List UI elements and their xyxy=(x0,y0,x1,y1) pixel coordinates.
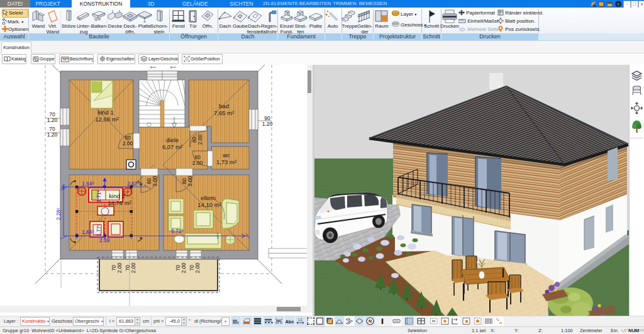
svg-text:2.00: 2.00 xyxy=(116,262,123,273)
svg-text:wc: wc xyxy=(222,152,230,159)
svg-text:1,73 m²: 1,73 m² xyxy=(216,159,236,165)
svg-text:2.59: 2.59 xyxy=(99,237,110,243)
svg-text:diele: diele xyxy=(166,136,179,143)
svg-text:2.00: 2.00 xyxy=(130,262,136,273)
svg-text:2.00: 2.00 xyxy=(197,134,203,145)
svg-text:1.20: 1.20 xyxy=(262,121,273,127)
svg-text:6,07 m²: 6,07 m² xyxy=(162,143,182,150)
svg-text:kind 1: kind 1 xyxy=(97,109,113,116)
svg-text:2.00: 2.00 xyxy=(187,175,193,186)
svg-text:2.00: 2.00 xyxy=(192,160,203,166)
svg-text:TXT: TXT xyxy=(62,57,69,61)
svg-text:14,10 m²: 14,10 m² xyxy=(197,201,221,208)
svg-text:2.00: 2.00 xyxy=(194,262,201,273)
svg-text:2.57⁵: 2.57⁵ xyxy=(127,181,140,187)
svg-text:2.00: 2.00 xyxy=(180,262,187,273)
svg-text:7,65 m²: 7,65 m² xyxy=(214,109,234,116)
svg-text:14,76 m²: 14,76 m² xyxy=(108,199,131,206)
svg-text:Abc: Abc xyxy=(285,319,294,325)
svg-text:1.64⁵: 1.64⁵ xyxy=(82,181,94,187)
svg-text:2.00: 2.00 xyxy=(123,140,133,147)
svg-text:1.77⁵: 1.77⁵ xyxy=(96,224,102,237)
svg-text:bad: bad xyxy=(219,103,229,109)
svg-text:1.20: 1.20 xyxy=(47,117,58,123)
svg-text:kind 2: kind 2 xyxy=(109,192,125,199)
svg-text:12,68 m²: 12,68 m² xyxy=(95,116,119,123)
svg-text:6.72⁵: 6.72⁵ xyxy=(171,228,184,234)
svg-text:N: N xyxy=(369,319,372,323)
svg-text:eltern: eltern xyxy=(201,194,216,201)
svg-text:2.28⁵: 2.28⁵ xyxy=(55,208,62,220)
svg-text:?: ? xyxy=(617,2,620,8)
svg-text:2.00: 2.00 xyxy=(152,175,158,186)
svg-text:ABC: ABC xyxy=(276,320,282,323)
svg-text:¹₂: ¹₂ xyxy=(496,318,499,321)
svg-text:1.64⁵: 1.64⁵ xyxy=(82,229,94,235)
svg-text:1.71⁵: 1.71⁵ xyxy=(96,190,102,203)
svg-text:1.20: 1.20 xyxy=(47,131,58,138)
svg-text:1,2: 1,2 xyxy=(298,318,303,321)
